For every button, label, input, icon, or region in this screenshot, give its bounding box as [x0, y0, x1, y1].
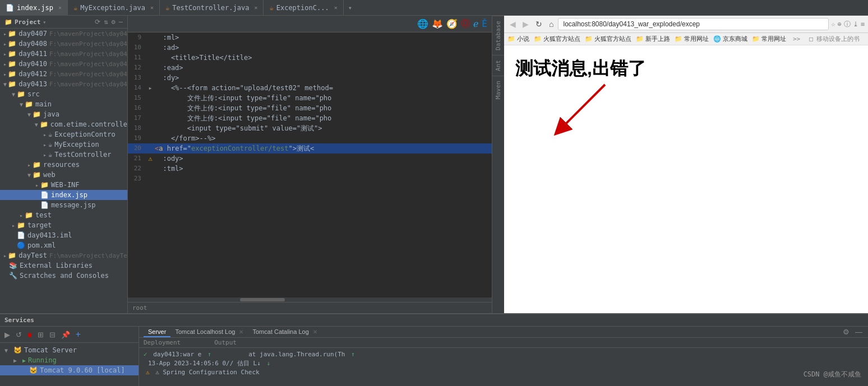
tab-close-exceptionc[interactable]: ✕: [334, 4, 338, 11]
tab-close-myexception[interactable]: ✕: [150, 4, 154, 11]
bookmark-firefox2[interactable]: 📁 火狐官方站点: [585, 35, 631, 43]
minimize-icon[interactable]: —: [119, 18, 123, 26]
home-button[interactable]: ⌂: [547, 18, 556, 30]
tab-more-button[interactable]: ▾: [344, 4, 357, 12]
project-dropdown[interactable]: ▾: [43, 19, 46, 25]
tree-item-12[interactable]: ▸☕TestController: [0, 150, 127, 160]
tree-item-24[interactable]: 🔧Scratches and Consoles: [0, 271, 127, 281]
tree-item-8[interactable]: ▼📁java: [0, 109, 127, 119]
filter-button[interactable]: ⊟: [48, 329, 57, 340]
tree-item-9[interactable]: ▼📁com.etime.controlle: [0, 119, 127, 129]
tree-item-1[interactable]: ▸📁day0408F:\mavenProject\day04: [0, 39, 127, 49]
log-scroll-up[interactable]: ↑: [351, 351, 355, 358]
rerun-button[interactable]: ↺: [15, 329, 23, 340]
tree-item-5[interactable]: ▼📁day0413F:\mavenProject\day04: [0, 79, 127, 89]
info-icon[interactable]: ⓘ: [844, 20, 851, 29]
vertical-tab-maven[interactable]: Maven: [492, 76, 504, 104]
vertical-tab-database[interactable]: Database: [492, 16, 504, 55]
tree-item-18[interactable]: ▸📁test: [0, 210, 127, 220]
tab-myexception[interactable]: ☕ MyException.java ✕: [68, 0, 160, 16]
tree-item-17[interactable]: 📄message.jsp: [0, 200, 127, 210]
vertical-tabs: Database Ant Maven: [492, 16, 504, 313]
safari-icon: 🧭: [446, 18, 458, 29]
tab-tomcat-catalina-log[interactable]: Tomcat Catalina Log ✕: [248, 327, 321, 337]
tree-item-16[interactable]: 📄index.jsp: [0, 190, 127, 200]
tree-icon-20: 📄: [17, 231, 25, 239]
tree-item-6[interactable]: ▼📁src: [0, 89, 127, 99]
bookmark-novels[interactable]: 📁 小说: [507, 35, 529, 43]
svc-tomcat-server[interactable]: ▼ 🐱 Tomcat Server: [0, 345, 138, 355]
sync-icon[interactable]: ⟳: [95, 18, 100, 26]
folder-icon: 📁: [507, 35, 515, 43]
pin-button[interactable]: 📌: [60, 329, 71, 340]
tree-item-3[interactable]: ▸📁day0410F:\mavenProject\day04: [0, 59, 127, 69]
tree-item-23[interactable]: 📚External Libraries: [0, 261, 127, 271]
tree-item-15[interactable]: ▸📁WEB-INF: [0, 180, 127, 190]
close-localhost-log[interactable]: ✕: [239, 329, 243, 335]
code-scrollbar-thumb[interactable]: [240, 298, 285, 301]
bookmark-common1[interactable]: 📁 常用网址: [675, 35, 709, 43]
tree-item-19[interactable]: ▸📁target: [0, 220, 127, 230]
add-service-button[interactable]: +: [75, 328, 82, 341]
svc-tomcat-local[interactable]: 🐱 Tomcat 9.0.60 [local]: [0, 365, 138, 375]
settings-browser-icon[interactable]: ≡: [861, 20, 865, 28]
tree-item-11[interactable]: ▸☕MyException: [0, 139, 127, 150]
project-sidebar: 📁 Project ▾ ⟳ ⇅ ⚙ — ▸📁day0407F:\mavenPro…: [0, 16, 128, 313]
back-button[interactable]: ◀: [507, 18, 518, 30]
chrome-icon: 🌐: [417, 18, 428, 29]
stop-button[interactable]: ■: [26, 329, 33, 340]
vertical-tab-ant[interactable]: Ant: [492, 55, 504, 76]
svg-line-1: [560, 85, 605, 129]
code-area[interactable]: 🌐 🦊 🧭 Ⓞ ℯ Ě 9 :ml>10 :ad>11 <title>Title…: [128, 16, 492, 297]
tab-close-testcontroller[interactable]: ✕: [254, 4, 257, 11]
log-scroll-down[interactable]: ↓: [266, 360, 270, 367]
tree-item-0[interactable]: ▸📁day0407F:\mavenProject\day04: [0, 29, 127, 39]
settings-icon[interactable]: ⚙: [112, 18, 116, 26]
browser-engines-bar: 🌐 🦊 🧭 Ⓞ ℯ Ě: [128, 16, 492, 32]
tree-item-10[interactable]: ▸☕ExceptionContro: [0, 129, 127, 139]
services-log-panel: Server Tomcat Localhost Log ✕ Tomcat Cat…: [139, 327, 868, 386]
line-content-9: :ml>: [155, 32, 492, 43]
tree-item-2[interactable]: ▸📁day0411F:\mavenProject\day04: [0, 49, 127, 59]
mobile-bookmark[interactable]: □ 移动设备上的书: [809, 35, 860, 43]
tree-item-20[interactable]: 📄day0413.iml: [0, 230, 127, 240]
tab-tomcat-localhost-log[interactable]: Tomcat Localhost Log ✕: [170, 327, 248, 337]
tab-exceptionc[interactable]: ☕ ExceptionC... ✕: [264, 0, 343, 16]
tree-item-14[interactable]: ▼📁web: [0, 170, 127, 180]
tree-arrow-8: ▼: [26, 111, 33, 118]
refresh-button[interactable]: ↻: [533, 18, 544, 30]
tab-testcontroller[interactable]: ☕ TestController.java ✕: [160, 0, 264, 16]
tab-index-jsp[interactable]: 📄 index.jsp ✕: [0, 0, 68, 16]
browser-url-input[interactable]: [558, 18, 829, 30]
run-button[interactable]: ▶: [3, 329, 11, 340]
code-scrollbar[interactable]: [128, 297, 492, 302]
edge-icon: Ě: [482, 18, 487, 29]
bookmark-newuser[interactable]: 📁 新手上路: [636, 35, 670, 43]
tab-server[interactable]: Server: [144, 327, 170, 337]
tree-item-22[interactable]: ▸📁dayTestF:\mavenProject\dayTe: [0, 250, 127, 261]
close-catalina-log[interactable]: ✕: [313, 329, 317, 335]
editor-tab-bar: 📄 index.jsp ✕ ☕ MyException.java ✕ ☕ Tes…: [0, 0, 868, 16]
tree-item-7[interactable]: ▼📁main: [0, 99, 127, 109]
spring-config-text: ⚠ Spring Configuration Check: [155, 369, 259, 376]
services-tree: ▼ 🐱 Tomcat Server ▶ ▶ Running 🐱 Tomcat 9…: [0, 343, 138, 378]
bookmark-common2[interactable]: 📁 常用网址: [752, 35, 786, 43]
tree-item-13[interactable]: ▸📁resources: [0, 160, 127, 170]
tree-item-21[interactable]: 🔵pom.xml: [0, 240, 127, 250]
download-icon[interactable]: ⤓: [853, 20, 858, 28]
svc-running[interactable]: ▶ ▶ Running: [0, 355, 138, 365]
log-content-area[interactable]: ✓ day0413:war e ↑ at java.lang.Thread.ru…: [139, 348, 868, 386]
rss-icon[interactable]: ⊕: [838, 20, 842, 28]
bookmark-jd[interactable]: 🌐 京东商城: [713, 35, 747, 43]
tab-close-index-jsp[interactable]: ✕: [58, 4, 62, 11]
more-bookmarks-button[interactable]: >>: [793, 35, 800, 43]
sort-icon[interactable]: ⇅: [104, 18, 108, 26]
bookmark-firefox1[interactable]: 📁 火狐官方站点: [534, 35, 580, 43]
log-settings-icon[interactable]: ⚙: [842, 327, 851, 337]
star-icon[interactable]: ☆: [831, 20, 835, 28]
group-button[interactable]: ⊞: [36, 329, 45, 340]
log-minimize-icon[interactable]: —: [854, 327, 864, 337]
tree-label-0: day0407: [19, 30, 47, 38]
tree-item-4[interactable]: ▸📁day0412F:\mavenProject\day04: [0, 69, 127, 79]
forward-button[interactable]: ▶: [520, 18, 531, 30]
